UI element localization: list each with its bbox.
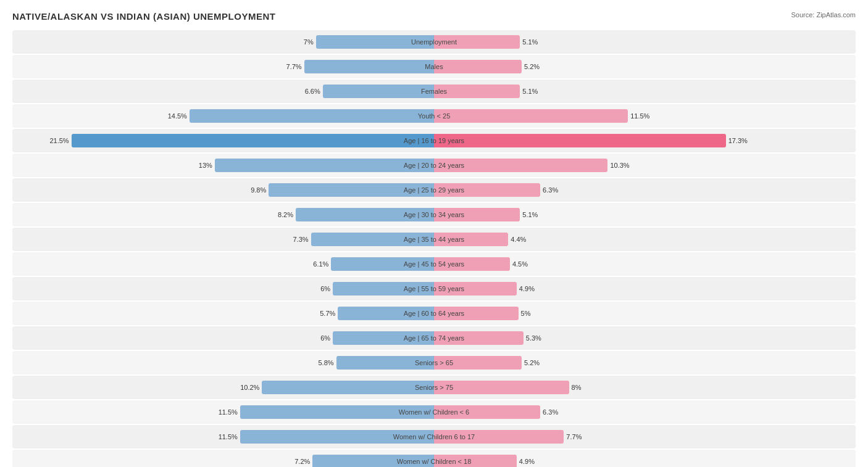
value-left-6: 9.8% (251, 186, 269, 194)
value-left-15: 11.5% (219, 408, 240, 416)
bar-row: 5.7% Age | 60 to 64 years 5% (12, 302, 856, 325)
right-side: 7.7% (434, 426, 856, 447)
bar-row: 7% Unemployment 5.1% (12, 30, 856, 54)
bar-row-inner: 7.2% Women w/ Children < 18 4.9% (12, 451, 856, 467)
value-left-7: 8.2% (278, 211, 296, 218)
bar-label: Age | 16 to 19 years (404, 137, 464, 144)
right-side: 8% (434, 377, 856, 398)
value-right-16: 7.7% (564, 433, 582, 440)
bar-row-inner: 21.5% Age | 16 to 19 years 17.3% (12, 130, 856, 151)
chart-header: NATIVE/ALASKAN VS INDIAN (ASIAN) UNEMPLO… (12, 11, 856, 22)
value-right-6: 6.3% (540, 186, 558, 194)
value-left-1: 7.7% (286, 63, 304, 70)
value-left-8: 7.3% (293, 236, 311, 243)
bar-row: 7.2% Women w/ Children < 18 4.9% (12, 450, 856, 467)
bar-label: Age | 55 to 59 years (404, 285, 464, 292)
bar-row-inner: 6% Age | 55 to 59 years 4.9% (12, 278, 856, 299)
bar-label: Age | 65 to 74 years (404, 334, 464, 342)
left-side: 13% (12, 155, 434, 176)
right-side: 4.5% (434, 254, 856, 275)
value-right-2: 5.1% (520, 88, 538, 95)
bar-label: Age | 30 to 34 years (404, 211, 464, 218)
bar-row-inner: 14.5% Youth < 25 11.5% (12, 105, 856, 126)
bar-label: Age | 20 to 24 years (404, 162, 464, 169)
left-side: 5.8% (12, 352, 434, 373)
right-side: 5.2% (434, 56, 856, 77)
bar-row: 6.1% Age | 45 to 54 years 4.5% (12, 252, 856, 276)
value-right-5: 10.3% (607, 162, 629, 169)
bar-label: Women w/ Children 6 to 17 (393, 433, 475, 440)
bar-label: Age | 35 to 44 years (404, 236, 464, 243)
bar-row: 11.5% Women w/ Children 6 to 17 7.7% (12, 425, 856, 448)
bar-row: 5.8% Seniors > 65 5.2% (12, 351, 856, 374)
left-side: 21.5% (12, 130, 434, 151)
left-side: 11.5% (12, 402, 434, 423)
bar-right (434, 60, 522, 73)
left-side: 5.7% (12, 303, 434, 324)
bar-left (215, 159, 434, 172)
right-side: 11.5% (434, 105, 856, 126)
value-left-13: 5.8% (318, 359, 336, 366)
bar-row: 6% Age | 65 to 74 years 5.3% (12, 326, 856, 350)
left-side: 11.5% (12, 426, 434, 447)
bar-row: 13% Age | 20 to 24 years 10.3% (12, 154, 856, 177)
value-right-13: 5.2% (522, 359, 540, 366)
value-right-0: 5.1% (520, 38, 538, 46)
bar-row-inner: 9.8% Age | 25 to 29 years 6.3% (12, 180, 856, 200)
value-left-3: 14.5% (168, 112, 190, 120)
left-side: 6.1% (12, 254, 434, 275)
bar-label: Youth < 25 (418, 112, 451, 120)
chart-source: Source: ZipAtlas.com (791, 11, 856, 19)
bar-right (434, 134, 726, 147)
left-side: 7% (12, 31, 434, 52)
right-side: 5% (434, 303, 856, 324)
bar-row-inner: 5.8% Seniors > 65 5.2% (12, 352, 856, 373)
bar-label: Age | 45 to 54 years (404, 260, 464, 268)
value-right-9: 4.5% (510, 260, 528, 268)
left-side: 7.7% (12, 56, 434, 77)
bar-row-inner: 10.2% Seniors > 75 8% (12, 377, 856, 398)
bar-row-inner: 11.5% Women w/ Children 6 to 17 7.7% (12, 426, 856, 447)
value-right-3: 11.5% (628, 112, 649, 120)
bar-row: 21.5% Age | 16 to 19 years 17.3% (12, 129, 856, 152)
bar-left (304, 60, 434, 73)
right-side: 5.3% (434, 328, 856, 349)
value-right-7: 5.1% (520, 211, 538, 218)
value-left-17: 7.2% (294, 458, 312, 465)
right-side: 4.9% (434, 278, 856, 299)
bar-row: 7.3% Age | 35 to 44 years 4.4% (12, 228, 856, 251)
bar-row: 11.5% Women w/ Children < 6 6.3% (12, 400, 856, 424)
bar-right (434, 381, 569, 394)
bar-row: 8.2% Age | 30 to 34 years 5.1% (12, 203, 856, 226)
value-left-2: 6.6% (305, 88, 323, 95)
value-right-15: 6.3% (540, 408, 558, 416)
left-side: 6.6% (12, 81, 434, 102)
left-side: 14.5% (12, 105, 434, 126)
right-side: 5.1% (434, 31, 856, 52)
bar-left (323, 85, 434, 98)
bar-label: Unemployment (411, 38, 457, 46)
bar-row-inner: 5.7% Age | 60 to 64 years 5% (12, 303, 856, 324)
value-right-10: 4.9% (517, 285, 535, 292)
value-left-16: 11.5% (219, 433, 240, 440)
chart-container: NATIVE/ALASKAN VS INDIAN (ASIAN) UNEMPLO… (0, 0, 868, 467)
bar-label: Seniors > 75 (415, 384, 453, 391)
chart-title: NATIVE/ALASKAN VS INDIAN (ASIAN) UNEMPLO… (12, 11, 275, 22)
bar-row: 10.2% Seniors > 75 8% (12, 376, 856, 399)
left-side: 8.2% (12, 204, 434, 225)
bar-row-inner: 6.1% Age | 45 to 54 years 4.5% (12, 254, 856, 275)
left-side: 6% (12, 328, 434, 349)
value-right-17: 4.9% (517, 458, 535, 465)
chart-body: 7% Unemployment 5.1% 7.7% Males 5.2% 6 (12, 30, 856, 467)
bar-row-inner: 6% Age | 65 to 74 years 5.3% (12, 328, 856, 349)
bar-label: Males (425, 63, 443, 70)
right-side: 4.9% (434, 451, 856, 467)
bar-label: Age | 60 to 64 years (404, 310, 464, 317)
value-left-12: 6% (320, 334, 333, 342)
bar-row: 9.8% Age | 25 to 29 years 6.3% (12, 178, 856, 202)
bar-row-inner: 7% Unemployment 5.1% (12, 31, 856, 52)
right-side: 5.2% (434, 352, 856, 373)
bar-label: Seniors > 65 (415, 359, 453, 366)
right-side: 6.3% (434, 180, 856, 200)
value-left-5: 13% (199, 162, 215, 169)
